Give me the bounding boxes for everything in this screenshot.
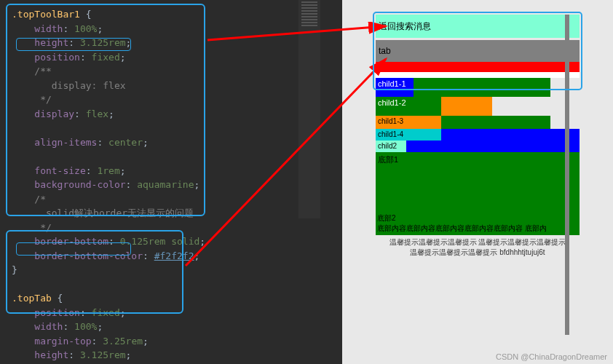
preview-bottom2: 底部2 底部内容底部内容底部内容底部内容底部内容 底部内 bbox=[376, 212, 580, 235]
preview-child2: child2 bbox=[376, 141, 406, 152]
preview-scrollbar[interactable] bbox=[565, 15, 569, 335]
preview-child1-1: child1-1 bbox=[376, 78, 414, 97]
preview-child1-2: child1-2 bbox=[376, 97, 441, 116]
preview-child1-3: child1-3 bbox=[376, 116, 441, 129]
preview-tab: tab bbox=[376, 40, 580, 62]
code-editor[interactable]: .topToolBar1 { width: 100%; height: 3.12… bbox=[0, 0, 320, 364]
watermark: CSDN @ChinaDragonDreamer bbox=[496, 352, 607, 361]
preview-bottom1: 底部1 bbox=[376, 152, 580, 212]
css-selector: .topTab bbox=[12, 293, 52, 304]
preview-top-toolbar: 返回搜索消息 bbox=[376, 15, 580, 38]
minimap[interactable] bbox=[298, 0, 320, 218]
css-selector: .topToolBar1 bbox=[12, 9, 80, 20]
mobile-preview: 返回搜索消息 tab child1-1 child1-2 child1-3 ch… bbox=[342, 0, 613, 364]
preview-child1-4: child1-4 bbox=[376, 129, 441, 141]
preview-red-bar bbox=[376, 62, 580, 72]
preview-footer: 温馨提示温馨提示温馨提示 温馨提示温馨提示温馨提示 温馨提示温馨提示温馨提示 b… bbox=[376, 235, 580, 260]
